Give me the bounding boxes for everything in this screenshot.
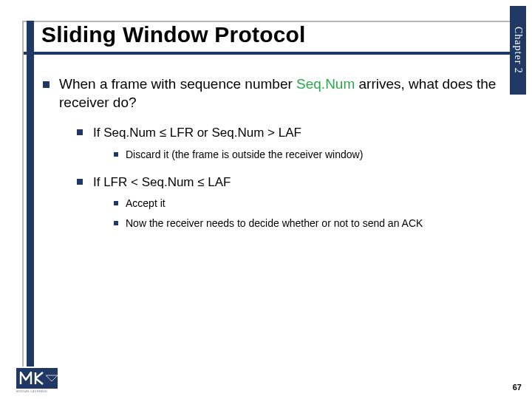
left-bar-thick [27,21,34,366]
list-item: If Seq.Num ≤ LFR or Seq.Num > LAF Discar… [77,123,514,163]
list-item: Accept it [114,196,514,211]
list-item: Discard it (the frame is outside the rec… [114,147,514,163]
bullet-list-level3: Discard it (the frame is outside the rec… [114,147,514,163]
lead-text-pre: When a frame with sequence number [59,76,296,92]
svg-rect-0 [16,368,58,389]
logo-subtext: MORGAN KAUFMANN [16,390,47,393]
condition-2: If LFR < Seq.Num ≤ LAF [93,175,231,189]
bullet-icon [114,221,118,225]
bullet-icon [77,129,83,135]
condition-1-sub: Discard it (the frame is outside the rec… [126,149,363,160]
bullet-list-level2: If Seq.Num ≤ LFR or Seq.Num > LAF Discar… [77,123,514,231]
condition-1: If Seq.Num ≤ LFR or Seq.Num > LAF [93,126,301,140]
bullet-icon [114,152,118,157]
slide-title: Sliding Window Protocol [41,22,306,47]
slide-body: When a frame with sequence number Seq.Nu… [43,71,514,355]
seqnum-highlight: Seq.Num [296,76,355,92]
bullet-list-level1: When a frame with sequence number Seq.Nu… [43,75,514,231]
list-item: When a frame with sequence number Seq.Nu… [43,75,514,231]
publisher-logo: MORGAN KAUFMANN [16,368,58,393]
bullet-icon [43,81,50,88]
bullet-icon [77,179,83,185]
slide: Chapter 2 Sliding Window Protocol When a… [0,0,532,399]
page-number: 67 [513,383,522,392]
list-item: Now the receiver needs to decide whether… [114,216,514,231]
mk-logo-icon: MORGAN KAUFMANN [16,368,58,393]
list-item: If LFR < Seq.Num ≤ LAF Accept it Now the… [77,173,514,232]
header-rule-bot [22,52,526,55]
left-bar-thin [22,21,24,366]
condition-2-sub1: Accept it [126,197,166,209]
bullet-list-level3: Accept it Now the receiver needs to deci… [114,196,514,231]
bullet-icon [114,201,118,205]
condition-2-sub2: Now the receiver needs to decide whether… [126,217,423,229]
chapter-label: Chapter 2 [512,27,524,74]
